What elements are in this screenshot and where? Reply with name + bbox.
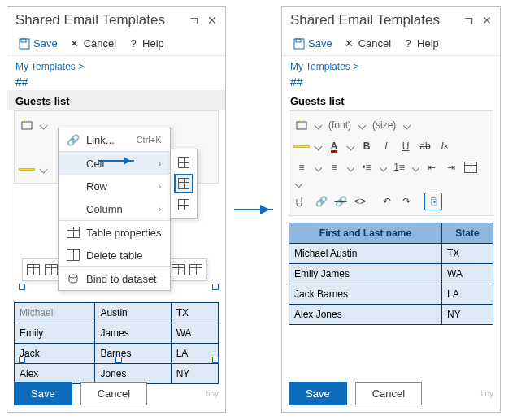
- pin-icon[interactable]: ⊐: [464, 14, 474, 27]
- pin-icon[interactable]: ⊐: [189, 14, 199, 27]
- table-cell[interactable]: Michael: [15, 303, 95, 323]
- template-title[interactable]: Guests list: [7, 90, 225, 110]
- cell-properties-button[interactable]: [174, 153, 193, 172]
- table-cell[interactable]: TX: [171, 303, 218, 323]
- chevron-down-icon[interactable]: [345, 162, 356, 173]
- editor-content[interactable]: MichaelAustinTXEmilyJamesWAJackBarnesLAA…: [7, 296, 225, 391]
- merge-cells-button[interactable]: [174, 174, 193, 193]
- resize-handle[interactable]: [115, 357, 122, 363]
- table-cell[interactable]: Emily James: [289, 264, 442, 284]
- table-cell[interactable]: Alex Jones: [289, 305, 442, 325]
- code-button[interactable]: <>: [351, 193, 369, 210]
- save-command[interactable]: Save: [14, 35, 63, 52]
- cancel-button[interactable]: Cancel: [80, 382, 147, 405]
- bold-button[interactable]: B: [358, 137, 376, 155]
- table-cell[interactable]: Barnes: [95, 344, 171, 364]
- insert-macro-button[interactable]: ⎘: [424, 193, 442, 210]
- redo-button[interactable]: ↷: [398, 193, 415, 210]
- insert-row-above-button[interactable]: [24, 261, 42, 279]
- ctx-cell[interactable]: Cell ›: [59, 152, 170, 175]
- close-icon[interactable]: ✕: [482, 14, 492, 27]
- line-height-button[interactable]: ≡: [325, 158, 343, 176]
- save-command[interactable]: Save: [289, 35, 337, 52]
- table-cell[interactable]: James: [95, 323, 171, 344]
- unlink-button[interactable]: 🔗: [332, 193, 350, 210]
- close-icon[interactable]: ✕: [207, 14, 217, 27]
- table-cell[interactable]: WA: [171, 323, 218, 344]
- indent-button[interactable]: ⇥: [442, 158, 460, 176]
- macros-icon[interactable]: [18, 116, 36, 134]
- link-button[interactable]: 🔗: [312, 193, 330, 210]
- insert-col-right-button[interactable]: [169, 261, 187, 279]
- highlight-button[interactable]: [18, 160, 36, 178]
- breadcrumb[interactable]: My Templates >: [7, 56, 225, 74]
- table-cell[interactable]: Michael Austin: [289, 244, 442, 264]
- resize-handle[interactable]: [19, 357, 25, 363]
- table-row[interactable]: Jack BarnesLA: [289, 284, 493, 305]
- chevron-down-icon[interactable]: [312, 119, 324, 131]
- cancel-command[interactable]: ✕ Cancel: [64, 35, 121, 52]
- table-row[interactable]: Alex JonesNY: [289, 305, 493, 325]
- save-button[interactable]: Save: [289, 382, 347, 405]
- font-select[interactable]: (font): [325, 119, 354, 131]
- ctx-delete-table[interactable]: Delete table: [59, 244, 170, 266]
- cancel-button[interactable]: Cancel: [355, 382, 422, 405]
- table-row[interactable]: Emily JamesWA: [289, 264, 493, 284]
- ctx-link[interactable]: 🔗 Link... Ctrl+K: [59, 128, 170, 151]
- save-button[interactable]: Save: [14, 382, 72, 405]
- resize-handle[interactable]: [212, 357, 219, 363]
- table-row[interactable]: Michael AustinTX: [289, 244, 493, 264]
- number-list-button[interactable]: 1≡: [390, 158, 408, 176]
- chevron-down-icon[interactable]: [312, 141, 324, 152]
- table-cell[interactable]: NY: [442, 305, 493, 325]
- chevron-down-icon[interactable]: [293, 178, 304, 189]
- table-cell[interactable]: Alex: [15, 364, 95, 384]
- ctx-table-props[interactable]: Table properties: [59, 221, 170, 244]
- cancel-command[interactable]: ✕ Cancel: [339, 35, 396, 52]
- table-cell[interactable]: TX: [442, 244, 493, 264]
- highlight-button[interactable]: [293, 137, 311, 155]
- table-row[interactable]: EmilyJamesWA: [15, 323, 219, 344]
- table-cell[interactable]: Jack Barnes: [289, 284, 442, 305]
- chevron-down-icon[interactable]: [356, 119, 367, 131]
- undo-button[interactable]: ↶: [378, 193, 396, 210]
- ctx-column[interactable]: Column ›: [59, 197, 170, 220]
- resize-handle[interactable]: [19, 284, 25, 290]
- table-row[interactable]: AlexJonesNY: [15, 364, 219, 384]
- underline-button[interactable]: U: [397, 137, 415, 155]
- outdent-button[interactable]: ⇤: [423, 158, 441, 176]
- strike-button[interactable]: ab: [416, 137, 434, 155]
- chevron-down-icon[interactable]: [37, 119, 49, 131]
- size-select[interactable]: (size): [369, 119, 399, 131]
- table-cell[interactable]: NY: [171, 364, 218, 384]
- table-row[interactable]: MichaelAustinTX: [15, 303, 219, 323]
- ctx-row[interactable]: Row ›: [59, 175, 170, 197]
- table-button[interactable]: [462, 158, 480, 176]
- template-title[interactable]: Guests list: [282, 90, 500, 110]
- breadcrumb[interactable]: My Templates >: [282, 56, 500, 74]
- table-cell[interactable]: Austin: [95, 303, 171, 323]
- chevron-down-icon[interactable]: [312, 162, 324, 173]
- chevron-down-icon[interactable]: [37, 163, 49, 175]
- table-cell[interactable]: Jack: [15, 344, 95, 364]
- bullet-list-button[interactable]: •≡: [358, 158, 376, 176]
- table-cell[interactable]: Emily: [15, 323, 95, 344]
- chevron-down-icon[interactable]: [401, 119, 412, 131]
- split-cell-button[interactable]: [174, 195, 193, 214]
- attachment-button[interactable]: [293, 193, 311, 210]
- macros-icon[interactable]: [293, 116, 311, 134]
- font-color-button[interactable]: A: [325, 137, 343, 155]
- chevron-down-icon[interactable]: [410, 162, 421, 173]
- guests-table-before[interactable]: MichaelAustinTXEmilyJamesWAJackBarnesLAA…: [14, 302, 219, 384]
- table-cell[interactable]: WA: [442, 264, 493, 284]
- help-command[interactable]: ? Help: [123, 35, 169, 52]
- guests-table-after[interactable]: First and Last name State Michael Austin…: [289, 223, 493, 325]
- chevron-down-icon[interactable]: [345, 141, 356, 152]
- table-cell[interactable]: LA: [171, 344, 218, 364]
- clear-format-button[interactable]: I×: [436, 137, 454, 155]
- ctx-bind-dataset[interactable]: Bind to dataset: [59, 267, 170, 290]
- table-cell[interactable]: LA: [442, 284, 493, 305]
- help-command[interactable]: ? Help: [398, 35, 444, 52]
- italic-button[interactable]: I: [377, 137, 395, 155]
- resize-handle[interactable]: [212, 284, 219, 290]
